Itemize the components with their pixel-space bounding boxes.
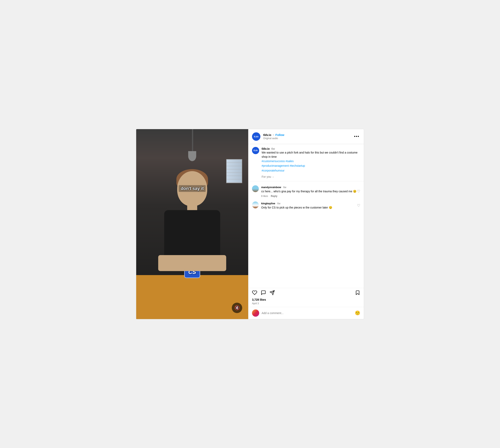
comments-area: mandynrainbow 6w cs here... who's gna pa… [249, 181, 364, 288]
caption-meta-row: tldv.io 6w [262, 147, 360, 151]
person-arms [158, 255, 226, 271]
bookmark-button[interactable] [355, 290, 360, 295]
comment-username[interactable]: kingkaylive [261, 202, 275, 205]
caption-content: tldv.io 6w We wanted to use a pitch fork… [262, 147, 360, 178]
blind-slat [227, 160, 242, 163]
caption-avatar-label: tl;dv [253, 149, 258, 152]
blind-slat [227, 179, 242, 183]
comment-text: cs here... who's gna pay for my therapy … [261, 189, 360, 193]
video-subtitle: don't say it [179, 185, 206, 192]
video-panel: CS don't say it 🔇 [136, 129, 248, 319]
post-container: CS don't say it 🔇 tl;dv tldv.io • F [136, 129, 364, 319]
blind-slat [227, 163, 242, 166]
action-icons [252, 290, 360, 295]
emoji-button[interactable]: 🙂 [355, 310, 360, 316]
blind-slat [227, 173, 242, 176]
comment-button[interactable] [261, 290, 266, 295]
more-options-button[interactable]: ••• [353, 134, 360, 139]
comment-item: mandynrainbow 6w cs here... who's gna pa… [249, 183, 364, 200]
caption-username[interactable]: tldv.io [262, 147, 270, 150]
comment-body: mandynrainbow 6w cs here... who's gna pa… [261, 185, 360, 197]
blind-slat [227, 166, 242, 170]
comment-actions: 8 likes Reply [261, 195, 360, 197]
comment-username[interactable]: mandynrainbow [261, 186, 281, 189]
mute-icon: 🔇 [234, 305, 240, 310]
comment-avatar-kay [252, 202, 259, 208]
comment-likes: 8 likes [261, 195, 268, 197]
for-you-row[interactable]: For you ⌄ [262, 175, 360, 178]
window-blinds [227, 160, 242, 183]
table-surface [136, 275, 248, 319]
comment-avatar-mandy [252, 185, 259, 192]
comment-heart-button[interactable]: ♡ [357, 203, 360, 208]
comment-body: kingkaylive 6w Only for CS to pick up th… [261, 202, 360, 210]
post-header: tl;dv tldv.io • Follow Original audio ••… [249, 129, 364, 144]
caption-tags: #customersuccess #sales#productmanagemen… [262, 159, 360, 173]
share-icon [270, 290, 275, 295]
comment-input[interactable] [262, 311, 352, 315]
comment-time: 6w [277, 202, 280, 205]
caption-avatar: tl;dv [252, 147, 259, 154]
emoji-icon: 🙂 [355, 310, 360, 316]
blind-slat [227, 169, 242, 173]
room-scene: CS don't say it [136, 129, 248, 319]
for-you-text: For you [262, 175, 271, 178]
avatar: tl;dv [252, 132, 260, 141]
info-panel: tl;dv tldv.io • Follow Original audio ••… [248, 129, 364, 319]
comment-time: 6w [283, 186, 286, 189]
comment-heart-button[interactable]: ♡ [357, 189, 360, 193]
action-bar [249, 288, 364, 296]
audio-label: Original audio [263, 137, 350, 140]
dot-separator: • [273, 133, 274, 137]
comment-text: Only for CS to pick up the pieces w the … [261, 206, 360, 210]
caption-row: tl;dv tldv.io 6w We wanted to use a pitc… [252, 147, 360, 178]
likes-count: 3,728 likes [249, 298, 364, 301]
chevron-down-icon: ⌄ [272, 175, 274, 178]
heart-icon [252, 290, 257, 295]
like-button[interactable] [252, 290, 257, 295]
commenter-avatar [252, 309, 259, 317]
comment-icon [261, 290, 266, 295]
comment-item: kingkaylive 6w Only for CS to pick up th… [249, 200, 364, 212]
caption-area: tl;dv tldv.io 6w We wanted to use a pitc… [249, 144, 364, 181]
share-button[interactable] [270, 290, 275, 295]
mute-button[interactable]: 🔇 [232, 303, 242, 313]
caption-text: We wanted to use a pitch fork and halo f… [262, 151, 360, 159]
window [226, 159, 242, 183]
comment-input-row: 🙂 [249, 307, 364, 319]
post-date: April 3 [249, 302, 364, 307]
header-name-row: tldv.io • Follow [263, 133, 350, 137]
header-info: tldv.io • Follow Original audio [263, 133, 350, 140]
reply-button[interactable]: Reply [271, 195, 277, 197]
follow-button[interactable]: Follow [275, 133, 284, 137]
caption-time: 6w [271, 147, 275, 150]
caption-time-value: 6w [271, 147, 275, 150]
avatar-label: tl;dv [254, 135, 258, 138]
lamp-shade [188, 151, 196, 161]
blind-slat [227, 176, 242, 179]
bookmark-icon [355, 290, 360, 295]
header-username[interactable]: tldv.io [263, 133, 271, 137]
heart-icon: ♡ [357, 204, 360, 208]
lamp-pole [192, 129, 193, 153]
heart-icon: ♡ [357, 189, 360, 193]
